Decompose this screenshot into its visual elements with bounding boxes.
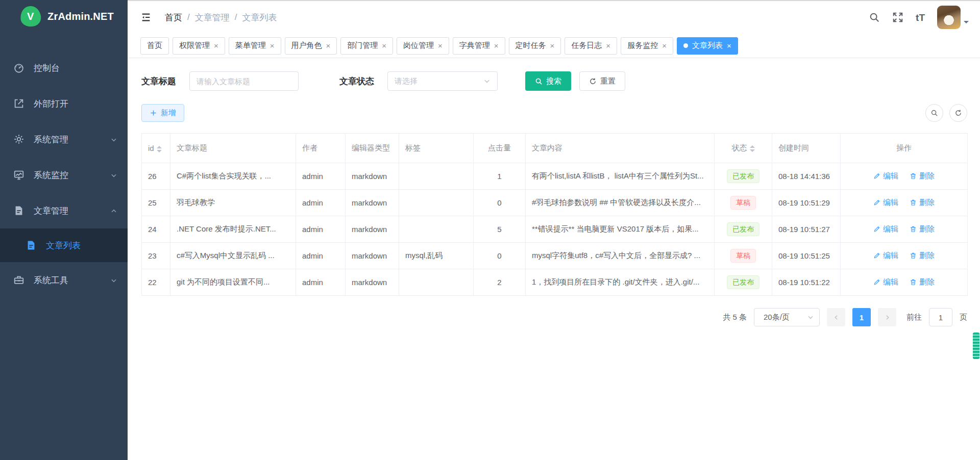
sort-icon[interactable] [750,145,755,152]
cell-clicks: 0 [474,243,526,269]
add-button-label: 新增 [161,108,176,118]
close-icon[interactable]: × [494,42,499,49]
topbar-tools: tT [869,6,969,29]
sidebar-item-external[interactable]: 外部打开 [0,86,128,121]
delete-article-button[interactable]: 删除 [910,277,935,287]
user-menu[interactable] [937,6,969,29]
chevron-down-icon [110,276,117,284]
close-icon[interactable]: × [382,42,386,49]
caret-down-icon [964,21,969,26]
close-icon[interactable]: × [270,42,275,49]
cell-author: admin [296,190,346,216]
sidebar-fold-icon[interactable] [140,12,152,23]
cell-created: 08-19 10:51:27 [772,216,841,243]
goto-page-input[interactable] [929,308,952,326]
fullscreen-icon[interactable] [892,12,903,23]
tab-label: 任务日志 [571,41,602,50]
edit-article-button[interactable]: 编辑 [873,251,898,261]
tab-用户角色[interactable]: 用户角色× [285,37,337,55]
cell-title: c#写入Mysql中文显示乱码 ... [170,243,296,269]
tab-label: 文章列表 [692,41,723,50]
cell-id: 23 [142,243,170,269]
close-icon[interactable]: × [326,42,331,49]
close-icon[interactable]: × [438,42,443,49]
edit-article-button[interactable]: 编辑 [873,224,898,234]
prev-page-button[interactable] [827,308,845,326]
article-title-input[interactable] [189,71,299,91]
sidebar-item-system-manage[interactable]: 系统管理 [0,121,128,157]
chevron-down-icon [483,78,491,85]
tab-任务日志[interactable]: 任务日志× [565,37,617,55]
app-logo[interactable]: V ZrAdmin.NET [0,0,128,33]
delete-article-button[interactable]: 删除 [910,251,935,261]
tab-label: 岗位管理 [403,41,434,50]
sidebar-item-system-monitor[interactable]: 系统监控 [0,157,128,193]
edit-article-button[interactable]: 编辑 [873,171,898,181]
page-number-button[interactable]: 1 [852,308,871,326]
tab-岗位管理[interactable]: 岗位管理× [397,37,449,55]
toolbox-icon [13,274,24,286]
close-icon[interactable]: × [550,42,555,49]
close-icon[interactable]: × [662,42,667,49]
cell-actions: 编辑删除 [841,190,968,216]
font-size-icon[interactable]: tT [916,13,925,22]
cell-clicks: 5 [474,216,526,243]
gear-icon [13,134,24,145]
table-tools [925,104,967,122]
show-search-icon[interactable] [925,104,943,122]
close-icon[interactable]: × [727,42,731,49]
table-header-row: id文章标题作者编辑器类型标签点击量文章内容状态创建时间操作 [142,134,968,163]
next-page-button[interactable] [878,308,896,326]
article-status-select[interactable]: 请选择 [387,71,498,91]
tab-部门管理[interactable]: 部门管理× [340,37,393,55]
sort-icon[interactable] [157,146,162,152]
breadcrumb: 首页 / 文章管理 / 文章列表 [165,12,277,23]
column-header-content: 文章内容 [526,134,715,163]
column-header-editor: 编辑器类型 [346,134,399,163]
table-row: 25羽毛球教学adminmarkdown0#羽毛球拍参数说明 ## 中管软硬选择… [142,190,968,216]
tab-权限管理[interactable]: 权限管理× [173,37,225,55]
cell-title: C#两个list集合实现关联，... [170,163,296,190]
cell-created: 08-19 10:51:22 [772,269,841,296]
tab-字典管理[interactable]: 字典管理× [453,37,505,55]
content: 文章标题 文章状态 请选择 搜索 重置 [128,58,980,460]
cell-actions: 编辑删除 [841,216,968,243]
delete-article-button[interactable]: 删除 [910,224,935,234]
tab-文章列表[interactable]: 文章列表× [677,37,738,55]
sidebar-item-article-manage[interactable]: 文章管理 [0,193,128,228]
delete-article-button[interactable]: 删除 [910,171,935,181]
breadcrumb-home[interactable]: 首页 [165,12,182,23]
search-icon[interactable] [869,12,880,23]
cell-status: 草稿 [715,243,772,269]
edit-article-button[interactable]: 编辑 [873,198,898,208]
delete-article-button[interactable]: 删除 [910,198,935,208]
tab-定时任务[interactable]: 定时任务× [509,37,561,55]
close-icon[interactable]: × [214,42,218,49]
cell-clicks: 0 [474,190,526,216]
close-icon[interactable]: × [606,42,610,49]
add-article-button[interactable]: 新增 [141,104,184,122]
search-button[interactable]: 搜索 [525,71,571,91]
sidebar-item-article-list[interactable]: 文章列表 [0,228,128,262]
column-header-id[interactable]: id [142,134,170,163]
edit-article-button[interactable]: 编辑 [873,277,898,287]
reset-button[interactable]: 重置 [579,71,625,91]
tab-首页[interactable]: 首页 [140,37,169,55]
tab-服务监控[interactable]: 服务监控× [621,37,673,55]
cell-author: admin [296,243,346,269]
cell-title: git 为不同的项目设置不同... [170,269,296,296]
refresh-table-icon[interactable] [949,104,967,122]
sidebar: V ZrAdmin.NET 控制台外部打开系统管理系统监控文章管理文章列表系统工… [0,0,128,460]
avatar[interactable] [937,6,961,29]
theme-drawer-handle[interactable] [973,333,979,359]
sidebar-item-dashboard[interactable]: 控制台 [0,50,128,86]
column-header-author: 作者 [296,134,346,163]
article-title-label: 文章标题 [141,75,176,87]
cell-actions: 编辑删除 [841,163,968,190]
tab-菜单管理[interactable]: 菜单管理× [229,37,281,55]
cell-actions: 编辑删除 [841,243,968,269]
page-size-select[interactable]: 20条/页 [754,308,820,326]
cell-tags [399,163,474,190]
sidebar-item-system-tools[interactable]: 系统工具 [0,262,128,298]
column-header-status[interactable]: 状态 [715,134,772,163]
